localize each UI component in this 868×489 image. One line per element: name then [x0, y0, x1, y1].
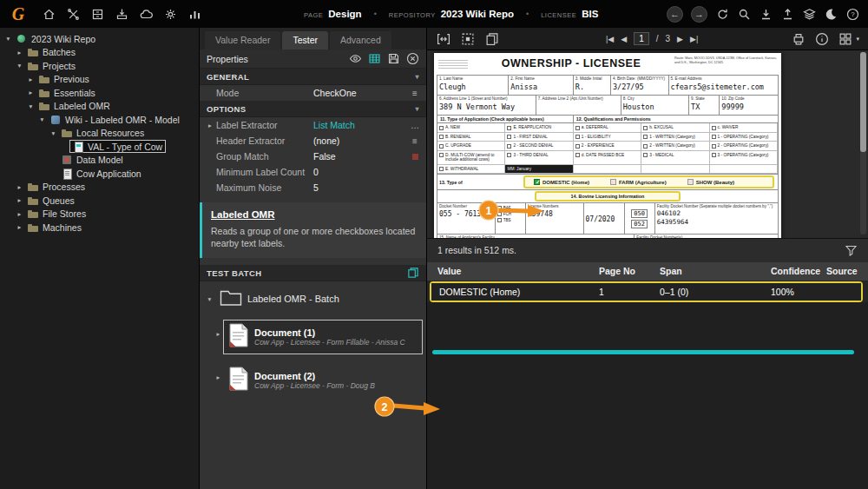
tree-item[interactable]: ▸ Queues [0, 194, 199, 208]
save-icon[interactable] [387, 52, 400, 65]
batches-icon[interactable] [90, 7, 104, 21]
fit-width-icon[interactable] [436, 31, 450, 46]
property-row-icon[interactable] [409, 152, 421, 162]
close-icon[interactable] [406, 52, 419, 65]
batch-document-row[interactable]: ▸ Document (1) Cow App - Licensee - Form… [214, 320, 423, 354]
tree-expander[interactable]: ▸ [15, 223, 24, 231]
search-icon[interactable] [737, 7, 751, 21]
tree-node[interactable]: VAL - Type of Cow [69, 140, 166, 153]
result-column-header[interactable]: Confidence [771, 266, 826, 276]
theme-moon-icon[interactable] [824, 7, 838, 21]
document-node[interactable]: Document (2) Cow App - Licensee - Form -… [223, 363, 423, 398]
batch-pages-icon[interactable] [406, 267, 419, 280]
property-value[interactable]: 5 [313, 182, 409, 193]
tree-expander[interactable]: ▾ [3, 35, 13, 43]
help-icon[interactable]: ? [845, 7, 859, 21]
tree-node[interactable]: Queues [24, 194, 78, 207]
tree-node[interactable]: Projects [24, 59, 79, 72]
pages-icon[interactable] [484, 31, 499, 46]
result-column-header[interactable]: Value [437, 266, 599, 276]
tree-item[interactable]: Cow Application [0, 167, 199, 181]
batch-root-expander[interactable]: ▾ [205, 295, 214, 303]
property-expander[interactable]: ▸ [208, 122, 216, 129]
grid-view-icon[interactable] [368, 52, 381, 65]
tree-expander[interactable]: ▸ [15, 210, 24, 218]
tree-node[interactable]: Essentials [36, 86, 99, 99]
property-row[interactable]: Header Extractor (none) [200, 133, 426, 149]
batch-document-row[interactable]: ▸ Document (2) Cow App - Licensee - Form… [214, 363, 423, 398]
print-icon[interactable] [791, 31, 806, 46]
home-icon[interactable] [42, 7, 56, 21]
document-expander[interactable]: ▸ [214, 373, 223, 381]
tree-item[interactable]: ▾ Wiki - Labeled OMR - Model [0, 113, 199, 127]
panel-tab[interactable]: Tester [282, 31, 328, 50]
tree-item[interactable]: ▸ Processes [0, 181, 199, 195]
property-row-icon[interactable] [409, 136, 421, 146]
tree-item[interactable]: ▸ Previous [0, 73, 199, 87]
tree-item[interactable]: Data Model [0, 154, 199, 168]
options-section-header[interactable]: OPTIONS ▾ [200, 101, 426, 117]
tree-node[interactable]: Cow Application [58, 167, 145, 180]
tree-expander[interactable]: ▸ [26, 89, 36, 96]
tree-expander[interactable]: ▸ [26, 76, 36, 83]
tree-expander[interactable]: ▸ [15, 196, 24, 204]
tree-item[interactable]: ▾ Local Resources [0, 127, 199, 141]
tree-item[interactable]: VAL - Type of Cow [0, 140, 199, 154]
result-column-header[interactable]: Span [660, 266, 771, 276]
property-row[interactable]: Maximum Noise 5 [200, 180, 426, 195]
property-value[interactable]: (none) [313, 135, 409, 146]
eye-icon[interactable] [349, 52, 362, 65]
panel-tab[interactable]: Advanced [330, 31, 391, 50]
last-page-button[interactable]: ▶| [690, 35, 698, 43]
region-select-icon[interactable] [460, 31, 475, 46]
tree-expander[interactable]: ▸ [15, 183, 24, 191]
tree-node[interactable]: Processes [24, 181, 89, 194]
tree-node[interactable]: File Stores [24, 208, 89, 221]
property-row[interactable]: Minimum Label Count 0 [200, 164, 426, 180]
tree-expander[interactable]: ▾ [49, 129, 58, 137]
tree-node[interactable]: Previous [36, 73, 93, 86]
panel-tab[interactable]: Value Reader [205, 31, 280, 50]
tree-item[interactable]: ▸ File Stores [0, 208, 199, 221]
test-batch-section-header[interactable]: TEST BATCH [200, 265, 426, 281]
tree-item[interactable]: ▾ Projects [0, 59, 199, 73]
filter-funnel-icon[interactable] [845, 244, 858, 257]
document-node[interactable]: Document (1) Cow App - Licensee - Form F… [223, 320, 423, 354]
layout-grid-icon[interactable] [838, 31, 852, 46]
vertical-scrollbar[interactable] [860, 52, 866, 235]
batch-root-row[interactable]: ▾ Labeled OMR - Batch [203, 287, 423, 311]
services-gear-icon[interactable] [163, 7, 177, 21]
tree-item[interactable]: ▸ Essentials [0, 86, 199, 100]
back-button[interactable]: ← [667, 6, 683, 23]
horizontal-scrollbar[interactable] [432, 350, 854, 354]
property-row[interactable]: Group Match False [200, 149, 426, 164]
first-page-button[interactable]: |◀ [606, 35, 614, 43]
general-section-header[interactable]: GENERAL ▾ [200, 69, 426, 85]
tree-expander[interactable]: ▾ [37, 116, 47, 123]
design-tools-icon[interactable] [66, 7, 80, 21]
tree-node[interactable]: Data Model [58, 154, 127, 167]
scrollbar-thumb[interactable] [860, 52, 866, 152]
property-row[interactable]: Mode CheckOne [200, 85, 426, 101]
tree-item[interactable]: ▸ Batches [0, 46, 199, 60]
info-icon[interactable] [814, 31, 829, 46]
tree-node[interactable]: Labeled OMR [36, 100, 114, 113]
property-value[interactable]: CheckOne [313, 88, 409, 98]
tree-node[interactable]: Local Resources [58, 127, 148, 140]
result-column-header[interactable]: Source [826, 266, 865, 276]
forward-button[interactable]: → [691, 6, 707, 23]
tree-node[interactable]: 2023 Wiki Repo [13, 32, 99, 45]
cloud-icon[interactable] [139, 7, 153, 21]
tree-item[interactable]: ▸ Machines [0, 221, 199, 235]
property-row-icon[interactable] [409, 121, 421, 130]
import-icon[interactable] [115, 7, 128, 21]
layers-icon[interactable] [802, 7, 816, 21]
chevron-down-icon[interactable]: ▾ [856, 36, 859, 43]
refresh-icon[interactable] [715, 7, 729, 21]
result-column-header[interactable]: Page No [599, 266, 660, 276]
next-page-button[interactable]: ▶ [677, 35, 683, 43]
upload-icon[interactable] [780, 7, 794, 21]
tree-node[interactable]: Machines [24, 221, 85, 234]
tree-expander[interactable]: ▾ [26, 102, 36, 110]
previous-page-button[interactable]: ◀ [621, 35, 627, 43]
